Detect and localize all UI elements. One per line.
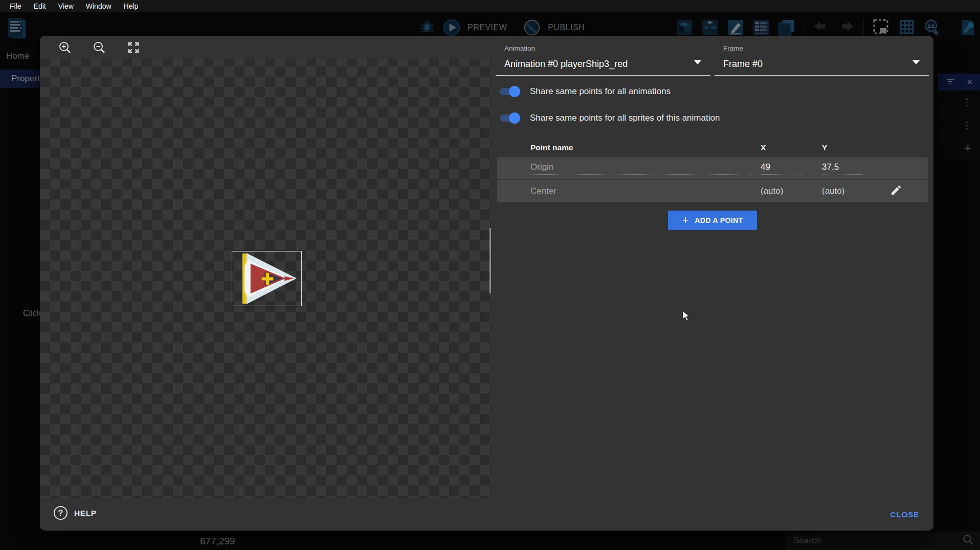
sprite-selection-box[interactable] — [232, 251, 302, 306]
zoom-in-icon[interactable] — [58, 41, 72, 54]
zoom-out-icon[interactable] — [93, 41, 106, 54]
close-button[interactable]: CLOSE — [886, 506, 923, 523]
column-header-y: Y — [822, 143, 888, 152]
select-underline — [496, 75, 710, 76]
toggle-knob — [509, 86, 520, 97]
points-panel: Animation Animation #0 playerShip3_red F… — [491, 36, 933, 498]
point-name-label: Center — [530, 186, 556, 196]
table-row-center: Center (auto) (auto) — [497, 180, 928, 202]
plus-icon: + — [682, 215, 688, 226]
menu-file[interactable]: File — [4, 2, 28, 10]
toggle-label: Share same points for all animations — [530, 86, 671, 97]
frame-select-value: Frame #0 — [723, 59, 763, 70]
menu-window[interactable]: Window — [80, 2, 118, 10]
frame-select[interactable]: Frame Frame #0 — [715, 41, 929, 76]
edit-point-pencil-icon[interactable] — [890, 184, 902, 198]
points-table: Point name X Y Origin 49 37.5 Center (au… — [497, 138, 928, 202]
dialog-footer: ? HELP CLOSE — [40, 498, 933, 531]
help-button[interactable]: ? HELP — [54, 506, 97, 520]
frame-select-label: Frame — [723, 44, 743, 52]
help-icon: ? — [54, 506, 68, 520]
chevron-down-icon — [694, 60, 701, 64]
point-x-auto: (auto) — [761, 186, 783, 196]
player-ship-sprite — [232, 251, 301, 306]
fit-to-view-icon[interactable] — [127, 41, 140, 54]
menu-help[interactable]: Help — [118, 2, 145, 10]
sprite-preview-canvas[interactable] — [40, 36, 491, 498]
column-header-point-name: Point name — [530, 143, 761, 152]
toggle-knob — [509, 112, 520, 124]
animation-select-label: Animation — [504, 44, 535, 52]
point-y-field[interactable]: 37.5 — [822, 162, 863, 175]
share-points-all-sprites-toggle[interactable] — [498, 112, 520, 124]
help-label: HELP — [74, 509, 97, 518]
menu-view[interactable]: View — [52, 2, 80, 10]
point-x-field[interactable]: 49 — [761, 162, 801, 175]
point-y-auto: (auto) — [822, 186, 844, 196]
point-name-field[interactable]: Origin — [530, 162, 750, 175]
add-a-point-button[interactable]: + ADD A POINT — [668, 211, 757, 230]
app-window: File Edit View Window Help — [0, 0, 980, 550]
chevron-down-icon — [912, 60, 920, 64]
points-table-header: Point name X Y — [497, 138, 928, 157]
add-a-point-label: ADD A POINT — [695, 216, 743, 224]
animation-select[interactable]: Animation Animation #0 playerShip3_red — [496, 41, 710, 76]
select-underline — [715, 75, 929, 76]
column-header-x: X — [761, 143, 822, 152]
edit-points-dialog: Animation Animation #0 playerShip3_red F… — [40, 36, 933, 531]
menu-edit[interactable]: Edit — [28, 2, 52, 10]
canvas-toolbar — [40, 36, 491, 59]
table-row-origin: Origin 49 37.5 — [497, 157, 928, 179]
toggle-label: Share same points for all sprites of thi… — [530, 113, 720, 123]
menubar: File Edit View Window Help — [0, 0, 980, 12]
animation-select-value: Animation #0 playerShip3_red — [504, 59, 628, 70]
share-points-all-animations-toggle[interactable] — [498, 86, 520, 97]
